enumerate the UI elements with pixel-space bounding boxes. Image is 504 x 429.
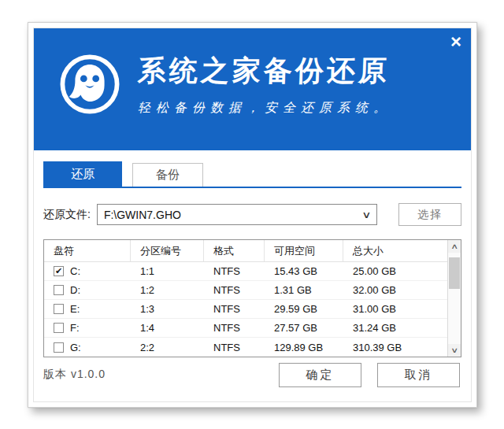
format-value: NTFS	[204, 319, 265, 337]
restore-file-value: F:\GWIN7.GHO	[104, 209, 181, 221]
title-block: 系统之家备份还原 轻松备份数据，安全还原系统。	[138, 52, 391, 116]
free-space-value: 27.57 GB	[265, 319, 343, 337]
restore-file-combobox[interactable]: F:\GWIN7.GHO ∨	[97, 204, 377, 225]
column-header-total-size: 总大小	[343, 240, 447, 261]
column-header-free-space: 可用空间	[265, 240, 343, 261]
total-size-value: 31.00 GB	[343, 300, 447, 318]
format-value: NTFS	[204, 300, 265, 318]
brand-block: 系统之家备份还原 轻松备份数据，安全还原系统。	[34, 28, 471, 116]
dialog-footer: 版本 v1.0.0 确定 取消	[43, 362, 461, 387]
restore-file-row: 还原文件: F:\GWIN7.GHO ∨ 选择	[43, 203, 461, 226]
total-size-value: 310.39 GB	[343, 338, 447, 357]
total-size-value: 31.24 GB	[343, 319, 447, 337]
total-size-value: 32.00 GB	[343, 281, 447, 299]
check-icon: ✔	[55, 267, 62, 276]
drive-letter: F:	[70, 322, 80, 334]
drive-letter: E:	[70, 303, 80, 315]
partition-id: 2:2	[131, 338, 204, 357]
table-row[interactable]: ✔ C: 1:1 NTFS 15.43 GB 25.00 GB	[44, 262, 447, 281]
tab-restore[interactable]: 还原	[43, 161, 122, 187]
free-space-value: 1.31 GB	[265, 281, 343, 299]
free-space-value: 29.59 GB	[265, 300, 343, 318]
drive-letter: D:	[70, 284, 80, 296]
app-window: × 系统之家备份还原 轻松备份数据，安全还原系统。	[28, 22, 477, 408]
partition-table-body: 盘符 分区编号 格式 可用空间 总大小 ✔ C: 1:1	[44, 240, 447, 357]
partition-table: 盘符 分区编号 格式 可用空间 总大小 ✔ C: 1:1	[43, 239, 461, 357]
ok-button[interactable]: 确定	[279, 363, 361, 387]
table-scrollbar[interactable]: ∧ ∨	[447, 240, 461, 357]
table-row[interactable]: ✔ G: 2:2 NTFS 129.89 GB 310.39 GB	[44, 338, 447, 357]
row-checkbox[interactable]: ✔	[54, 342, 64, 353]
drive-letter: C:	[70, 265, 80, 277]
column-header-format: 格式	[204, 240, 265, 261]
table-row[interactable]: ✔ E: 1:3 NTFS 29.59 GB 31.00 GB	[44, 300, 447, 319]
total-size-value: 25.00 GB	[343, 262, 447, 280]
app-header-banner: × 系统之家备份还原 轻松备份数据，安全还原系统。	[34, 28, 471, 150]
main-content: 还原 备份 还原文件: F:\GWIN7.GHO ∨ 选择 盘符	[34, 150, 471, 401]
tab-bar: 还原 备份	[43, 161, 461, 188]
row-checkbox[interactable]: ✔	[54, 285, 64, 295]
partition-id: 1:4	[131, 319, 204, 337]
scroll-up-icon[interactable]: ∧	[448, 240, 461, 253]
cancel-button[interactable]: 取消	[377, 363, 460, 387]
window-inner-frame: × 系统之家备份还原 轻松备份数据，安全还原系统。	[33, 28, 472, 402]
column-header-partition: 分区编号	[131, 240, 204, 261]
partition-id: 1:1	[131, 262, 204, 280]
tab-backup[interactable]: 备份	[132, 163, 203, 187]
scroll-down-icon[interactable]: ∨	[448, 344, 461, 357]
version-label: 版本 v1.0.0	[43, 368, 106, 382]
table-row[interactable]: ✔ D: 1:2 NTFS 1.31 GB 32.00 GB	[44, 281, 447, 300]
chevron-down-icon[interactable]: ∨	[361, 209, 371, 220]
row-checkbox[interactable]: ✔	[54, 323, 64, 333]
format-value: NTFS	[204, 281, 265, 299]
footer-button-group: 确定 取消	[279, 363, 460, 387]
app-title: 系统之家备份还原	[137, 52, 392, 91]
restore-file-label: 还原文件:	[43, 208, 91, 222]
table-header-row: 盘符 分区编号 格式 可用空间 总大小	[44, 240, 447, 262]
app-subtitle: 轻松备份数据，安全还原系统。	[138, 100, 391, 116]
table-row[interactable]: ✔ F: 1:4 NTFS 27.57 GB 31.24 GB	[44, 319, 447, 338]
ghost-logo-icon	[57, 52, 122, 116]
free-space-value: 15.43 GB	[265, 262, 343, 280]
row-checkbox[interactable]: ✔	[54, 266, 64, 276]
scrollbar-thumb[interactable]	[449, 257, 460, 289]
partition-id: 1:2	[131, 281, 204, 299]
drive-letter: G:	[70, 342, 81, 353]
free-space-value: 129.89 GB	[265, 338, 343, 357]
row-checkbox[interactable]: ✔	[54, 304, 64, 314]
close-icon[interactable]: ×	[450, 32, 461, 51]
format-value: NTFS	[204, 262, 265, 280]
desktop-background: × 系统之家备份还原 轻松备份数据，安全还原系统。	[0, 0, 504, 429]
select-file-button[interactable]: 选择	[398, 203, 461, 226]
column-header-drive: 盘符	[44, 240, 131, 261]
scrollbar-track[interactable]	[448, 253, 461, 344]
format-value: NTFS	[204, 338, 265, 357]
partition-id: 1:3	[131, 300, 204, 318]
